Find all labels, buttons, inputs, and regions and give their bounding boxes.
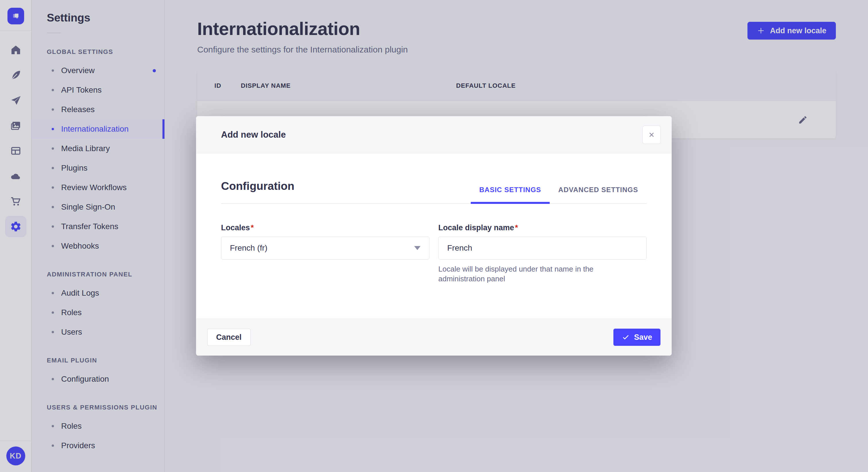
add-locale-modal: Add new locale Configuration BASIC SETTI…	[196, 116, 672, 356]
display-name-label: Locale display name*	[438, 224, 647, 232]
check-icon	[622, 333, 630, 341]
locales-label: Locales*	[221, 224, 429, 232]
modal-body: Configuration BASIC SETTINGS ADVANCED SE…	[196, 154, 672, 318]
configuration-title: Configuration	[221, 180, 294, 203]
cancel-button[interactable]: Cancel	[207, 329, 251, 346]
settings-tabs: BASIC SETTINGS ADVANCED SETTINGS	[471, 186, 647, 203]
form-fields: Locales* French (fr) Locale display name…	[221, 224, 647, 284]
save-button[interactable]: Save	[613, 329, 660, 346]
modal-footer: Cancel Save	[196, 318, 672, 356]
display-name-input[interactable]	[438, 237, 647, 260]
modal-header: Add new locale	[196, 116, 672, 154]
locales-field: Locales* French (fr)	[221, 224, 429, 284]
modal-title: Add new locale	[221, 130, 286, 140]
display-name-field: Locale display name* Locale will be disp…	[438, 224, 647, 284]
chevron-down-icon	[414, 246, 421, 250]
close-icon	[648, 131, 655, 138]
close-button[interactable]	[642, 126, 661, 144]
tab-basic-settings[interactable]: BASIC SETTINGS	[471, 186, 550, 204]
tab-advanced-settings[interactable]: ADVANCED SETTINGS	[550, 186, 647, 204]
required-asterisk: *	[515, 224, 518, 232]
required-asterisk: *	[251, 224, 254, 232]
app: KD Settings GLOBAL SETTINGS Overview API…	[0, 0, 868, 472]
configuration-header-row: Configuration BASIC SETTINGS ADVANCED SE…	[221, 154, 647, 204]
display-name-hint: Locale will be displayed under that name…	[438, 264, 639, 284]
locales-select[interactable]: French (fr)	[221, 237, 429, 260]
